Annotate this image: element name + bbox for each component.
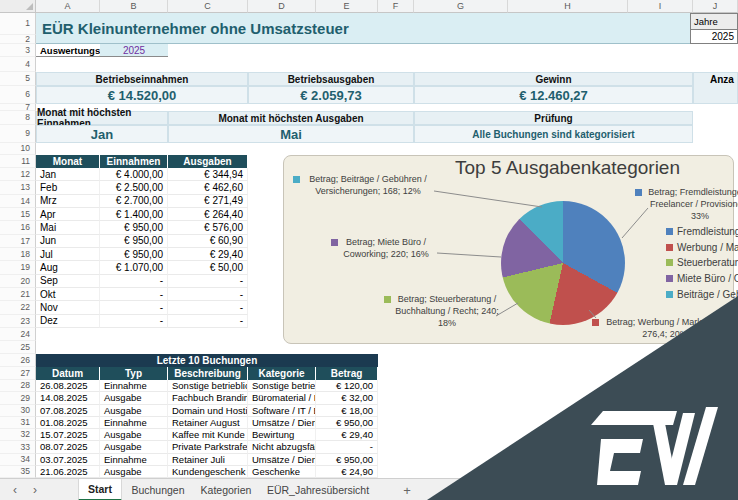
monthly-cell-monat[interactable]: Nov (36, 301, 100, 314)
row-header-19[interactable]: 19 (0, 261, 36, 274)
monthly-cell-ausgaben[interactable]: € 29,40 (168, 248, 248, 261)
kpi-value-cell[interactable]: € 14.520,00 (36, 86, 248, 104)
bookings-cell[interactable]: Einnahme (100, 380, 168, 392)
tab-e-r-jahres-bersicht[interactable]: EÜR_Jahresübersicht (264, 479, 372, 500)
row-header-27[interactable]: 27 (0, 367, 36, 380)
bookings-cell[interactable]: € 120,00 (316, 380, 378, 392)
monthly-cell-monat[interactable]: Jun (36, 235, 100, 248)
monthly-cell-ausgaben[interactable]: - (168, 315, 248, 328)
monthly-cell-einnahmen[interactable]: - (100, 301, 168, 314)
bookings-cell[interactable]: 15.07.2025 (36, 429, 100, 441)
auswertungsjahr-label-cell[interactable]: Auswertungsjahr (36, 44, 100, 57)
bookings-cell[interactable]: Software / IT / E (248, 405, 316, 417)
bookings-cell[interactable]: 08.07.2025 (36, 441, 100, 453)
bookings-cell[interactable]: € 24,90 (316, 466, 378, 478)
monthly-cell-ausgaben[interactable]: € 264,40 (168, 208, 248, 221)
row-header-22[interactable]: 22 (0, 301, 36, 314)
bookings-cell[interactable]: € 32,00 (316, 392, 378, 404)
row-header-8[interactable]: 8 (0, 111, 36, 125)
row-header-2[interactable]: 2 (0, 35, 36, 44)
row-header-13[interactable]: 13 (0, 181, 36, 194)
monthly-cell-ausgaben[interactable]: € 462,60 (168, 181, 248, 194)
row-header-16[interactable]: 16 (0, 221, 36, 234)
highlight-value-cell[interactable]: Alle Buchungen sind kategorisiert (414, 125, 693, 143)
row-header-6[interactable]: 6 (0, 86, 36, 104)
column-header-D[interactable]: D (248, 0, 316, 13)
monthly-cell-ausgaben[interactable]: € 344,94 (168, 168, 248, 181)
row-header-17[interactable]: 17 (0, 235, 36, 248)
row-header-7[interactable]: 7 (0, 104, 36, 111)
highlight-value-cell[interactable]: Mai (168, 125, 414, 143)
kpi-value-cell[interactable]: € 2.059,73 (248, 86, 414, 104)
row-header-26[interactable]: 26 (0, 354, 36, 367)
monthly-cell-einnahmen[interactable]: € 950,00 (100, 248, 168, 261)
row-header-28[interactable]: 28 (0, 380, 36, 392)
bookings-cell[interactable]: 21.06.2025 (36, 466, 100, 478)
bookings-cell[interactable]: Geschenke (248, 466, 316, 478)
row-header-23[interactable]: 23 (0, 315, 36, 328)
row-header-25[interactable]: 25 (0, 341, 36, 354)
bookings-header-beschreibung[interactable]: Beschreibung (168, 367, 248, 380)
monthly-cell-einnahmen[interactable]: € 2.500,00 (100, 181, 168, 194)
bookings-cell[interactable]: 14.08.2025 (36, 392, 100, 404)
bookings-cell[interactable]: - (316, 441, 378, 453)
monthly-cell-einnahmen[interactable]: - (100, 275, 168, 288)
monthly-cell-einnahmen[interactable]: - (100, 288, 168, 301)
bookings-cell[interactable]: Kaffee mit Kunde (168, 429, 248, 441)
sheet-title-cell[interactable]: EÜR Kleinunternehmer ohne Umsatzsteuer (36, 13, 690, 44)
monthly-cell-ausgaben[interactable]: € 576,00 (168, 221, 248, 234)
row-header-14[interactable]: 14 (0, 195, 36, 208)
monthly-header-ausgaben[interactable]: Ausgaben (168, 155, 248, 168)
year-slicer-header[interactable]: Jahre (690, 13, 738, 30)
bookings-cell[interactable]: Büromaterial / F (248, 392, 316, 404)
monthly-cell-monat[interactable]: Jul (36, 248, 100, 261)
tab-kategorien[interactable]: Kategorien (194, 479, 258, 500)
row-header-10[interactable]: 10 (0, 143, 36, 155)
row-header-30[interactable]: 30 (0, 405, 36, 417)
monthly-cell-ausgaben[interactable]: € 271,49 (168, 195, 248, 208)
row-header-5[interactable]: 5 (0, 72, 36, 86)
bookings-cell[interactable]: Fachbuch Branding (168, 392, 248, 404)
bookings-cell[interactable]: Private Parkstrafe au (168, 441, 248, 453)
highlight-value-cell[interactable]: Jan (36, 125, 168, 143)
highlight-label-cell[interactable]: Prüfung (414, 111, 693, 125)
row-header-21[interactable]: 21 (0, 288, 36, 301)
monthly-header-monat[interactable]: Monat (36, 155, 100, 168)
select-all-corner[interactable] (0, 0, 36, 13)
row-header-32[interactable]: 32 (0, 429, 36, 441)
bookings-table-title[interactable]: Letzte 10 Buchungen (36, 354, 378, 367)
row-header-9[interactable]: 9 (0, 125, 36, 143)
monthly-cell-monat[interactable]: Jan (36, 168, 100, 181)
bookings-cell[interactable]: Retainer August (168, 417, 248, 429)
bookings-cell[interactable]: Umsätze / Diens (248, 454, 316, 466)
bookings-cell[interactable]: € 950,00 (316, 417, 378, 429)
monthly-cell-monat[interactable]: Apr (36, 208, 100, 221)
bookings-cell[interactable]: Einnahme (100, 454, 168, 466)
column-header-I[interactable]: I (628, 0, 693, 13)
bookings-cell[interactable]: Einnahme (100, 417, 168, 429)
row-header-12[interactable]: 12 (0, 168, 36, 181)
monthly-cell-ausgaben[interactable]: - (168, 275, 248, 288)
monthly-header-einnahmen[interactable]: Einnahmen (100, 155, 168, 168)
bookings-cell[interactable]: Bewirtung (248, 429, 316, 441)
bookings-cell[interactable]: 03.07.2025 (36, 454, 100, 466)
row-header-20[interactable]: 20 (0, 275, 36, 288)
monthly-cell-einnahmen[interactable]: € 1.070,00 (100, 261, 168, 274)
kpi-label-cell[interactable]: Betriebseinnahmen (36, 72, 248, 86)
monthly-cell-monat[interactable]: Okt (36, 288, 100, 301)
monthly-cell-einnahmen[interactable]: € 4.000,00 (100, 168, 168, 181)
bookings-cell[interactable]: 26.08.2025 (36, 380, 100, 392)
bookings-cell[interactable]: Ausgabe (100, 429, 168, 441)
monthly-cell-einnahmen[interactable]: € 1.400,00 (100, 208, 168, 221)
row-header-29[interactable]: 29 (0, 392, 36, 404)
row-header-31[interactable]: 31 (0, 417, 36, 429)
monthly-cell-ausgaben[interactable]: - (168, 301, 248, 314)
bookings-cell[interactable]: Umsätze / Diens (248, 417, 316, 429)
bookings-cell[interactable]: € 950,00 (316, 454, 378, 466)
column-header-A[interactable]: A (36, 0, 100, 13)
bookings-header-kategorie[interactable]: Kategorie (248, 367, 316, 380)
monthly-cell-ausgaben[interactable]: € 50,00 (168, 261, 248, 274)
monthly-cell-monat[interactable]: Dez (36, 315, 100, 328)
auswertungsjahr-value-cell[interactable]: 2025 (100, 44, 168, 57)
bookings-cell[interactable]: Ausgabe (100, 405, 168, 417)
